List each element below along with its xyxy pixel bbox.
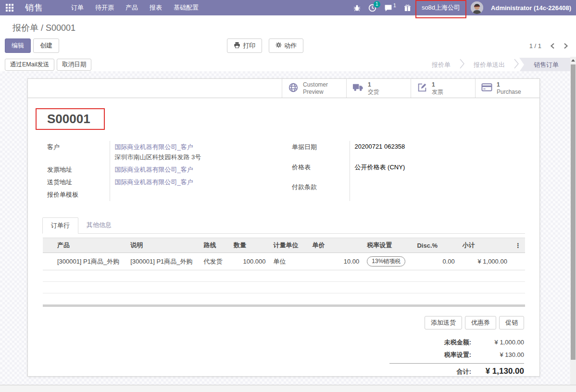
column-uom[interactable]: 计量单位 xyxy=(270,238,309,253)
status-step-quotation[interactable]: 报价单 xyxy=(423,58,459,72)
menu-reporting[interactable]: 报表 xyxy=(144,0,168,15)
stat-button-purchase[interactable]: 1Purchase xyxy=(475,79,539,98)
scrollbar-up-arrow[interactable] xyxy=(571,59,575,62)
column-product[interactable]: 产品 xyxy=(53,238,126,253)
app-brand-sales[interactable]: 销售 xyxy=(25,2,43,13)
edit-button[interactable]: 编辑 xyxy=(5,38,31,53)
field-value-order-date[interactable]: 20200721 062358 xyxy=(355,143,405,150)
field-row-payment-terms: 付款条款 xyxy=(287,181,525,201)
cancel-date-button[interactable]: 取消日期 xyxy=(57,59,91,71)
breadcrumb[interactable]: 报价单 / S00001 xyxy=(13,22,576,34)
cell-taxes[interactable]: 13%销项税 xyxy=(363,253,413,270)
column-quantity[interactable]: 数量 xyxy=(230,238,270,253)
cell-quantity[interactable]: 100.000 xyxy=(230,253,270,270)
cell-subtotal[interactable]: ¥ 1,000.00 xyxy=(459,253,511,270)
cell-discount[interactable]: 0.00 xyxy=(413,253,458,270)
order-title: S00001 xyxy=(47,112,90,126)
taxes-value: ¥ 130.00 xyxy=(471,351,524,358)
tab-other-info[interactable]: 其他信息 xyxy=(78,217,120,233)
cell-uom[interactable]: 单位 xyxy=(270,253,309,270)
column-discount[interactable]: Disc.% xyxy=(413,238,458,253)
field-label-payment-terms: 付款条款 xyxy=(287,181,350,201)
optional-columns-icon[interactable]: ⋮ xyxy=(511,238,525,253)
field-groups: 客户 国际商业机器有限公司_客户 深圳市南山区科技园科发路 3号 发票地址 国际… xyxy=(42,141,525,201)
status-step-quotation-sent[interactable]: 报价单送出 xyxy=(465,58,513,72)
column-route[interactable]: 路线 xyxy=(200,238,230,253)
stat-button-invoice[interactable]: 1发票 xyxy=(411,79,475,98)
create-button[interactable]: 创建 xyxy=(33,38,59,53)
field-value-invoice-address[interactable]: 国际商业机器有限公司_客户 xyxy=(115,166,193,173)
taxes-row: 税率设置: ¥ 130.00 xyxy=(389,349,524,361)
cell-unit-price[interactable]: 10.00 xyxy=(309,253,363,270)
truck-icon xyxy=(352,82,363,95)
messages-icon[interactable]: 1 xyxy=(384,4,396,12)
stat-button-customer-preview[interactable]: CustomerPreview xyxy=(282,79,346,98)
status-arrow-icon xyxy=(459,57,465,73)
untaxed-amount-label: 未税金额: xyxy=(444,338,471,347)
field-value-delivery-address[interactable]: 国际商业机器有限公司_客户 xyxy=(115,178,193,186)
company-switcher[interactable]: so8d上海公司 xyxy=(419,2,463,13)
form-sheet: CustomerPreview 1交货 1发票 1Purchase xyxy=(27,78,540,377)
pager-next-icon[interactable] xyxy=(563,43,568,49)
tax-tag[interactable]: 13%销项税 xyxy=(367,256,405,266)
promotion-button[interactable]: 促销 xyxy=(499,316,524,329)
status-step-sales-order[interactable]: 销售订单 xyxy=(519,58,570,72)
control-panel-buttons: 编辑 创建 打印 动作 1 / 1 xyxy=(0,38,576,53)
gear-icon xyxy=(275,42,282,50)
scrollbar-thumb[interactable] xyxy=(571,64,576,360)
company-name: so8d上海公司 xyxy=(422,4,460,11)
notebook-tabs: 订单行 其他信息 xyxy=(42,217,525,234)
table-footer-bar xyxy=(43,304,525,307)
field-row-pricelist: 价格表 公开价格表 (CNY) xyxy=(287,161,525,181)
tab-order-lines[interactable]: 订单行 xyxy=(42,217,78,234)
total-label: 合计: xyxy=(457,367,471,376)
user-menu[interactable]: Administrator (14c-226408) xyxy=(491,4,571,12)
pager-value: 1 / 1 xyxy=(529,42,541,50)
field-label-customer: 客户 xyxy=(42,141,110,164)
menu-products[interactable]: 产品 xyxy=(120,0,144,15)
debug-bug-icon[interactable] xyxy=(353,4,361,12)
menu-orders[interactable]: 订单 xyxy=(65,0,89,15)
status-arrow-icon xyxy=(513,57,519,73)
column-description[interactable]: 说明 xyxy=(126,238,200,253)
column-handle xyxy=(43,238,53,253)
gift-icon[interactable] xyxy=(404,4,411,12)
coupon-button[interactable]: 优惠券 xyxy=(465,316,496,329)
row-handle[interactable] xyxy=(43,253,53,270)
action-button[interactable]: 动作 xyxy=(269,38,303,53)
field-row-order-date: 单据日期 20200721 062358 xyxy=(287,141,525,161)
field-row-delivery-address: 送货地址 国际商业机器有限公司_客户 xyxy=(42,176,281,189)
cell-product[interactable]: [300001] P1商品_外购 xyxy=(53,253,126,270)
menu-configuration[interactable]: 基础配置 xyxy=(168,0,204,15)
total-value: ¥ 1,130.00 xyxy=(471,367,524,376)
control-panel: 报价单 / S00001 编辑 创建 打印 动作 1 / 1 xyxy=(0,15,576,58)
stat-button-delivery[interactable]: 1交货 xyxy=(346,79,411,98)
empty-line-separator xyxy=(43,270,525,282)
pager-previous-icon[interactable] xyxy=(550,43,555,49)
order-line-row[interactable]: [300001] P1商品_外购 [300001] P1商品_外购 代发货 10… xyxy=(43,253,525,270)
avatar[interactable] xyxy=(471,1,483,14)
column-unit-price[interactable]: 单价 xyxy=(309,238,363,253)
print-button[interactable]: 打印 xyxy=(227,38,262,53)
field-row-quotation-template: 报价单模板 xyxy=(42,189,281,201)
apps-menu-icon[interactable] xyxy=(6,4,13,12)
menu-to-invoice[interactable]: 待开票 xyxy=(89,0,120,15)
activities-clock-icon[interactable]: 1 xyxy=(368,4,376,12)
stat-button-row: CustomerPreview 1交货 1发票 1Purchase xyxy=(28,79,539,98)
field-label-order-date: 单据日期 xyxy=(287,141,350,161)
scrollbar[interactable] xyxy=(570,57,576,385)
field-label-invoice-address: 发票地址 xyxy=(42,164,110,176)
cell-route[interactable]: 代发货 xyxy=(200,253,230,270)
column-subtotal[interactable]: 小计 xyxy=(459,238,511,253)
field-value-pricelist[interactable]: 公开价格表 (CNY) xyxy=(355,164,405,171)
field-group-left: 客户 国际商业机器有限公司_客户 深圳市南山区科技园科发路 3号 发票地址 国际… xyxy=(42,141,281,201)
main-menus: 订单 待开票 产品 报表 基础配置 xyxy=(65,0,204,15)
column-taxes[interactable]: 税率设置 xyxy=(363,238,413,253)
cell-description[interactable]: [300001] P1商品_外购 xyxy=(126,253,200,270)
add-shipping-button[interactable]: 添加送货 xyxy=(425,316,462,329)
field-value-customer[interactable]: 国际商业机器有限公司_客户 xyxy=(115,143,193,151)
line-action-buttons: 添加送货 优惠券 促销 xyxy=(42,316,524,329)
send-by-email-button[interactable]: 通过EMail发送 xyxy=(5,59,54,71)
field-row-invoice-address: 发票地址 国际商业机器有限公司_客户 xyxy=(42,164,281,176)
untaxed-amount-value: ¥ 1,000.00 xyxy=(471,339,524,346)
